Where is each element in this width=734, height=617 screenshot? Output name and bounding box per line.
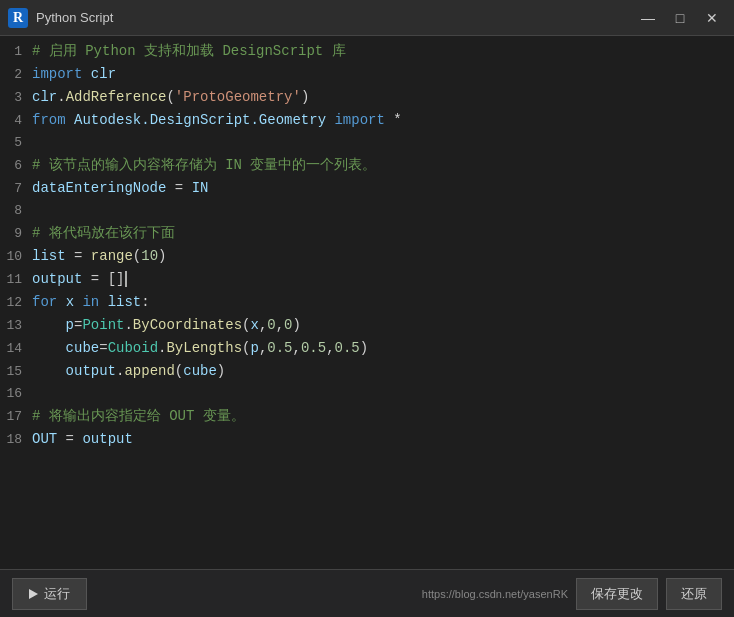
code-line: 7dataEnteringNode = IN xyxy=(0,177,734,200)
code-line: 15 output.append(cube) xyxy=(0,360,734,383)
line-content: # 将代码放在该行下面 xyxy=(32,222,175,244)
code-line: 14 cube=Cuboid.ByLengths(p,0.5,0.5,0.5) xyxy=(0,337,734,360)
code-line: 3clr.AddReference('ProtoGeometry') xyxy=(0,86,734,109)
line-number: 4 xyxy=(0,110,32,132)
line-number: 16 xyxy=(0,383,32,405)
line-number: 5 xyxy=(0,132,32,154)
code-line: 10list = range(10) xyxy=(0,245,734,268)
save-button[interactable]: 保存更改 xyxy=(576,578,658,610)
code-line: 9# 将代码放在该行下面 xyxy=(0,222,734,245)
line-number: 6 xyxy=(0,155,32,177)
line-number: 8 xyxy=(0,200,32,222)
code-line: 17# 将输出内容指定给 OUT 变量。 xyxy=(0,405,734,428)
code-line: 12for x in list: xyxy=(0,291,734,314)
close-button[interactable]: ✕ xyxy=(698,7,726,29)
line-number: 1 xyxy=(0,41,32,63)
code-line: 8 xyxy=(0,200,734,222)
line-content: # 将输出内容指定给 OUT 变量。 xyxy=(32,405,245,427)
code-line: 1# 启用 Python 支持和加载 DesignScript 库 xyxy=(0,40,734,63)
line-content: import clr xyxy=(32,63,116,85)
line-content: OUT = output xyxy=(32,428,133,450)
line-content: list = range(10) xyxy=(32,245,166,267)
line-number: 3 xyxy=(0,87,32,109)
code-line: 2import clr xyxy=(0,63,734,86)
code-line: 18OUT = output xyxy=(0,428,734,451)
line-content: clr.AddReference('ProtoGeometry') xyxy=(32,86,309,108)
code-line: 4from Autodesk.DesignScript.Geometry imp… xyxy=(0,109,734,132)
maximize-button[interactable]: □ xyxy=(666,7,694,29)
code-line: 5 xyxy=(0,132,734,154)
line-content: output = [] xyxy=(32,268,127,290)
line-content: dataEnteringNode = IN xyxy=(32,177,208,199)
url-text: https://blog.csdn.net/yasenRK xyxy=(422,588,568,600)
play-icon xyxy=(29,589,38,599)
line-content: from Autodesk.DesignScript.Geometry impo… xyxy=(32,109,402,131)
run-label: 运行 xyxy=(44,585,70,603)
window-controls: — □ ✕ xyxy=(634,7,726,29)
code-line: 11output = [] xyxy=(0,268,734,291)
window-title: Python Script xyxy=(36,10,634,25)
line-number: 18 xyxy=(0,429,32,451)
line-number: 9 xyxy=(0,223,32,245)
bottom-toolbar: 运行 https://blog.csdn.net/yasenRK 保存更改 还原 xyxy=(0,569,734,617)
minimize-button[interactable]: — xyxy=(634,7,662,29)
code-line: 16 xyxy=(0,383,734,405)
code-line: 6# 该节点的输入内容将存储为 IN 变量中的一个列表。 xyxy=(0,154,734,177)
line-content: for x in list: xyxy=(32,291,150,313)
line-number: 11 xyxy=(0,269,32,291)
line-number: 2 xyxy=(0,64,32,86)
line-content: # 启用 Python 支持和加载 DesignScript 库 xyxy=(32,40,346,62)
titlebar: R Python Script — □ ✕ xyxy=(0,0,734,36)
restore-button[interactable]: 还原 xyxy=(666,578,722,610)
code-line: 13 p=Point.ByCoordinates(x,0,0) xyxy=(0,314,734,337)
line-number: 17 xyxy=(0,406,32,428)
text-cursor xyxy=(125,271,127,287)
line-content: p=Point.ByCoordinates(x,0,0) xyxy=(32,314,301,336)
line-content: # 该节点的输入内容将存储为 IN 变量中的一个列表。 xyxy=(32,154,376,176)
code-editor[interactable]: 1# 启用 Python 支持和加载 DesignScript 库2import… xyxy=(0,36,734,569)
app-icon: R xyxy=(8,8,28,28)
line-number: 13 xyxy=(0,315,32,337)
line-number: 10 xyxy=(0,246,32,268)
line-number: 15 xyxy=(0,361,32,383)
line-content: output.append(cube) xyxy=(32,360,225,382)
run-button[interactable]: 运行 xyxy=(12,578,87,610)
line-content: cube=Cuboid.ByLengths(p,0.5,0.5,0.5) xyxy=(32,337,368,359)
line-number: 14 xyxy=(0,338,32,360)
line-number: 7 xyxy=(0,178,32,200)
line-number: 12 xyxy=(0,292,32,314)
